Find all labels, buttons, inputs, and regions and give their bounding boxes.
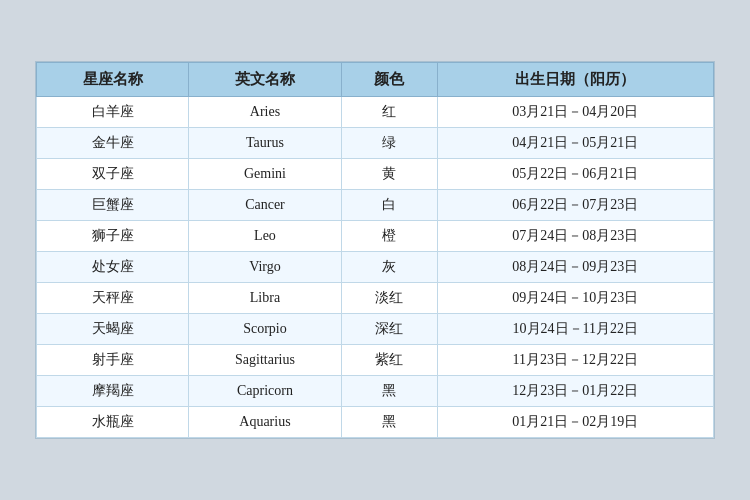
table-cell-4-1: Leo	[189, 221, 341, 252]
zodiac-table: 星座名称英文名称颜色出生日期（阳历） 白羊座Aries红03月21日－04月20…	[36, 62, 714, 438]
table-header-row: 星座名称英文名称颜色出生日期（阳历）	[37, 63, 714, 97]
table-cell-10-0: 水瓶座	[37, 407, 189, 438]
table-cell-9-2: 黑	[341, 376, 437, 407]
table-cell-6-0: 天秤座	[37, 283, 189, 314]
table-cell-3-2: 白	[341, 190, 437, 221]
table-cell-5-1: Virgo	[189, 252, 341, 283]
table-cell-4-3: 07月24日－08月23日	[437, 221, 713, 252]
table-row: 金牛座Taurus绿04月21日－05月21日	[37, 128, 714, 159]
table-cell-4-2: 橙	[341, 221, 437, 252]
table-header-col-2: 颜色	[341, 63, 437, 97]
table-cell-10-2: 黑	[341, 407, 437, 438]
table-cell-1-3: 04月21日－05月21日	[437, 128, 713, 159]
table-cell-2-2: 黄	[341, 159, 437, 190]
table-row: 巨蟹座Cancer白06月22日－07月23日	[37, 190, 714, 221]
table-row: 水瓶座Aquarius黑01月21日－02月19日	[37, 407, 714, 438]
table-cell-0-0: 白羊座	[37, 97, 189, 128]
table-cell-0-3: 03月21日－04月20日	[437, 97, 713, 128]
table-cell-6-1: Libra	[189, 283, 341, 314]
table-cell-6-3: 09月24日－10月23日	[437, 283, 713, 314]
table-cell-0-1: Aries	[189, 97, 341, 128]
table-header-col-1: 英文名称	[189, 63, 341, 97]
table-cell-8-1: Sagittarius	[189, 345, 341, 376]
table-cell-8-3: 11月23日－12月22日	[437, 345, 713, 376]
table-header-col-3: 出生日期（阳历）	[437, 63, 713, 97]
table-cell-5-2: 灰	[341, 252, 437, 283]
table-cell-2-0: 双子座	[37, 159, 189, 190]
zodiac-table-wrapper: 星座名称英文名称颜色出生日期（阳历） 白羊座Aries红03月21日－04月20…	[35, 61, 715, 439]
table-cell-10-1: Aquarius	[189, 407, 341, 438]
table-row: 摩羯座Capricorn黑12月23日－01月22日	[37, 376, 714, 407]
table-row: 天秤座Libra淡红09月24日－10月23日	[37, 283, 714, 314]
table-cell-3-0: 巨蟹座	[37, 190, 189, 221]
table-cell-6-2: 淡红	[341, 283, 437, 314]
table-cell-8-2: 紫红	[341, 345, 437, 376]
table-header-col-0: 星座名称	[37, 63, 189, 97]
table-row: 射手座Sagittarius紫红11月23日－12月22日	[37, 345, 714, 376]
table-cell-5-3: 08月24日－09月23日	[437, 252, 713, 283]
table-cell-5-0: 处女座	[37, 252, 189, 283]
table-row: 处女座Virgo灰08月24日－09月23日	[37, 252, 714, 283]
table-cell-1-0: 金牛座	[37, 128, 189, 159]
table-cell-9-0: 摩羯座	[37, 376, 189, 407]
table-body: 白羊座Aries红03月21日－04月20日金牛座Taurus绿04月21日－0…	[37, 97, 714, 438]
table-cell-10-3: 01月21日－02月19日	[437, 407, 713, 438]
table-cell-7-2: 深红	[341, 314, 437, 345]
table-cell-1-1: Taurus	[189, 128, 341, 159]
table-cell-7-1: Scorpio	[189, 314, 341, 345]
table-cell-0-2: 红	[341, 97, 437, 128]
table-cell-9-1: Capricorn	[189, 376, 341, 407]
table-cell-2-1: Gemini	[189, 159, 341, 190]
table-row: 天蝎座Scorpio深红10月24日－11月22日	[37, 314, 714, 345]
table-cell-4-0: 狮子座	[37, 221, 189, 252]
table-cell-1-2: 绿	[341, 128, 437, 159]
table-row: 双子座Gemini黄05月22日－06月21日	[37, 159, 714, 190]
table-cell-2-3: 05月22日－06月21日	[437, 159, 713, 190]
table-cell-7-3: 10月24日－11月22日	[437, 314, 713, 345]
table-row: 狮子座Leo橙07月24日－08月23日	[37, 221, 714, 252]
table-cell-3-1: Cancer	[189, 190, 341, 221]
table-cell-3-3: 06月22日－07月23日	[437, 190, 713, 221]
table-cell-7-0: 天蝎座	[37, 314, 189, 345]
table-row: 白羊座Aries红03月21日－04月20日	[37, 97, 714, 128]
table-cell-8-0: 射手座	[37, 345, 189, 376]
table-cell-9-3: 12月23日－01月22日	[437, 376, 713, 407]
